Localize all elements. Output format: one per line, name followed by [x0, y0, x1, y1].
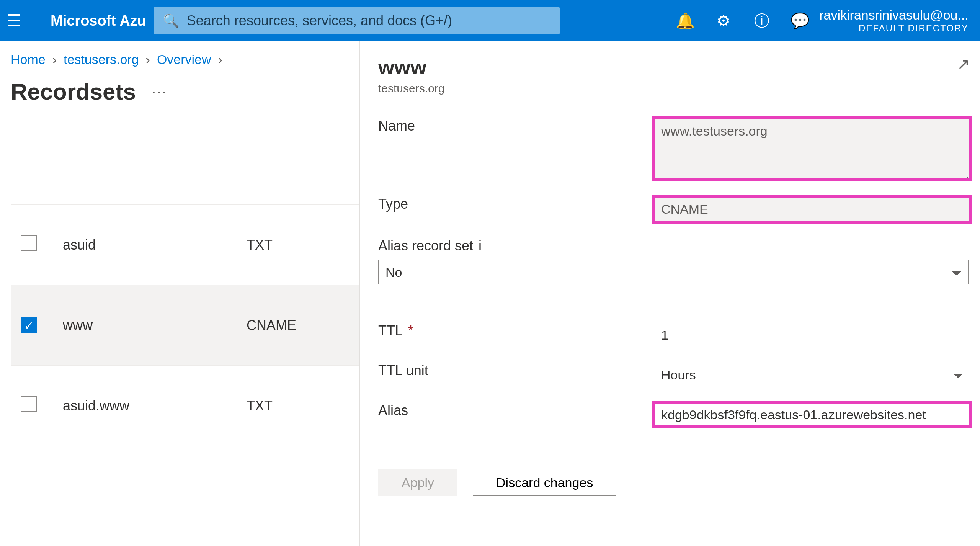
breadcrumb-home[interactable]: Home [11, 52, 46, 67]
record-name: asuid.www [63, 398, 247, 414]
chevron-right-icon: › [146, 52, 150, 67]
type-label: Type [378, 196, 654, 212]
alias-record-set-label: Alias record set [378, 238, 473, 254]
feedback-icon[interactable]: 💬 [781, 12, 819, 30]
required-indicator: * [408, 323, 413, 339]
hamburger-icon[interactable]: ☰ [4, 13, 24, 29]
record-name: www [63, 317, 247, 333]
alias-field[interactable] [654, 402, 970, 427]
topbar: ☰ Microsoft Azu 🔍 Search resources, serv… [0, 0, 980, 41]
record-type: CNAME [247, 317, 359, 333]
table-row[interactable]: ✓ www CNAME [11, 285, 359, 365]
search-placeholder: Search resources, services, and docs (G+… [187, 13, 452, 29]
notifications-icon[interactable]: 🔔 [666, 12, 704, 30]
name-field [654, 118, 970, 179]
account-email: ravikiransrinivasulu@ou... [819, 7, 969, 23]
apply-button: Apply [378, 469, 457, 496]
type-field [654, 196, 970, 222]
breadcrumb: Home › testusers.org › Overview › [11, 52, 359, 67]
search-input[interactable]: 🔍 Search resources, services, and docs (… [154, 7, 560, 34]
row-checkbox[interactable]: ✓ [21, 317, 37, 333]
table-row[interactable]: asuid TXT [11, 204, 359, 285]
detail-pane: www testusers.org ↗ Name Type [360, 41, 980, 546]
table-row[interactable]: asuid.www TXT [11, 365, 359, 446]
breadcrumb-zone[interactable]: testusers.org [64, 52, 139, 67]
row-checkbox[interactable] [21, 396, 37, 412]
ttl-unit-select[interactable]: Hours [654, 363, 970, 387]
alias-label: Alias [378, 402, 654, 418]
record-name: asuid [63, 237, 247, 253]
detail-subtitle: testusers.org [378, 82, 444, 95]
settings-icon[interactable]: ⚙ [704, 12, 743, 29]
page-title: Recordsets [11, 78, 136, 105]
maximize-icon[interactable]: ↗ [957, 55, 970, 73]
chevron-right-icon: › [218, 52, 222, 67]
info-icon[interactable]: i [479, 238, 482, 254]
record-type: TXT [247, 398, 359, 414]
row-checkbox[interactable] [21, 235, 37, 251]
help-icon[interactable]: ⓘ [743, 10, 781, 31]
account-directory: DEFAULT DIRECTORY [819, 23, 969, 34]
ttl-field[interactable] [654, 323, 970, 347]
name-label: Name [378, 118, 654, 134]
alias-record-set-select[interactable]: No [378, 260, 969, 284]
breadcrumb-overview[interactable]: Overview [157, 52, 211, 67]
record-type: TXT [247, 237, 359, 253]
brand: Microsoft Azu [51, 13, 146, 29]
records-table: asuid TXT ✓ www CNAME asuid.www TXT [11, 204, 359, 446]
more-icon[interactable]: ⋯ [151, 83, 167, 101]
detail-title: www [378, 55, 444, 79]
discard-button[interactable]: Discard changes [473, 469, 616, 496]
search-icon: 🔍 [163, 13, 179, 28]
account-menu[interactable]: ravikiransrinivasulu@ou... DEFAULT DIREC… [819, 7, 976, 34]
ttl-unit-label: TTL unit [378, 363, 654, 379]
left-pane: Home › testusers.org › Overview › Record… [0, 41, 360, 546]
chevron-right-icon: › [52, 52, 57, 67]
ttl-label: TTL [378, 323, 403, 339]
